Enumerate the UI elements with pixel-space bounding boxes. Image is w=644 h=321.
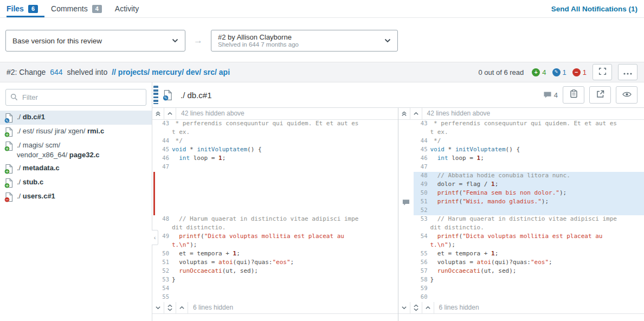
target-version-select[interactable]: #2 by Allison Clayborne Shelved in 644 7… [211,30,398,52]
line-number[interactable]: 46 [414,155,430,163]
line-number[interactable]: 44 [155,137,172,146]
depot-path-link[interactable]: // projects/ mercury/ dev/ src/ api [112,68,230,76]
expand-vertical-icon[interactable] [410,302,422,313]
file-list-item[interactable]: −./ users.c#1 [0,190,152,204]
tab-activity[interactable]: Activity [108,0,145,17]
line-number[interactable]: 45 [414,146,430,155]
code-line: } [172,276,398,285]
line-number[interactable]: 43 [155,120,172,129]
line-number[interactable]: 59 [414,285,430,293]
line-number[interactable] [414,241,430,250]
file-comments-toggle[interactable]: 4 [543,91,558,99]
line-number[interactable]: 44 [414,137,430,146]
line-number[interactable]: 48 [155,215,172,224]
code-line: voluptas = atoi(qui)?quas:"eos"; [172,259,398,267]
code-line: printf("Wisi, mando gladius."); [430,198,644,207]
line-number[interactable] [155,198,172,207]
line-number[interactable] [414,129,430,137]
line-number[interactable]: 56 [414,259,430,267]
line-number[interactable] [155,189,172,198]
gutter [152,172,155,181]
fullscreen-button[interactable] [593,64,612,80]
file-path: ./ db.c#1 [17,112,45,122]
open-in-new-window-button[interactable] [589,86,611,104]
line-number[interactable]: 51 [155,259,172,267]
chevron-up-icon[interactable] [164,108,176,119]
chevron-down-icon[interactable] [398,302,410,313]
code-line [430,285,644,293]
file-list-item[interactable]: +./ metadata.c [0,162,152,176]
clipboard-button[interactable] [563,86,584,104]
line-number[interactable]: 54 [414,233,430,241]
line-number[interactable] [155,181,172,189]
file-list-item[interactable]: +./ stub.c [0,176,152,190]
line-number[interactable] [155,207,172,215]
edited-files-filter[interactable]: ✎ 1 [552,68,566,76]
line-number[interactable]: 55 [414,250,430,259]
line-number[interactable]: 60 [414,293,430,302]
hidden-lines-row: 42 lines hidden above [152,108,398,120]
line-number[interactable]: 46 [155,155,172,163]
base-version-select[interactable]: Base version for this review [5,30,185,52]
target-version-title: #2 by Allison Clayborne [218,33,299,41]
tab-files[interactable]: Files 6 [7,0,44,17]
line-number[interactable]: 45 [155,146,172,155]
gutter [398,155,414,163]
code-line: */ [430,137,644,146]
collapse-above-icon[interactable] [398,108,410,119]
line-number[interactable]: 57 [414,267,430,276]
line-number[interactable]: 47 [155,163,172,172]
collapse-above-icon[interactable] [152,108,164,119]
code-line [172,181,398,189]
added-files-filter[interactable]: + 4 [532,68,546,76]
chevron-up-icon[interactable] [410,108,422,119]
more-options-button[interactable] [618,64,637,80]
diff-code-row: 53 // Harum quaerat in distinctio vitae … [398,215,644,224]
line-number[interactable]: 47 [414,163,430,172]
diff-viewer: ✎ ./ db.c#1 4 [152,82,644,321]
line-number[interactable]: 54 [155,285,172,293]
pencil-circle-icon: ✎ [552,68,561,76]
gutter [398,207,414,215]
chevron-down-icon[interactable] [152,302,164,313]
chevron-up-icon[interactable] [176,302,188,313]
svg-text:−: − [5,197,9,202]
diff-code-row: dit distinctio. [152,224,398,233]
svg-text:+: + [5,132,9,137]
search-icon [10,93,18,103]
line-number[interactable]: 53 [155,276,172,285]
line-number[interactable] [155,129,172,137]
tab-comments[interactable]: Comments 4 [44,0,108,17]
line-number[interactable] [155,172,172,181]
line-number[interactable]: 49 [414,181,430,189]
filter-input[interactable] [5,89,146,106]
line-number[interactable]: 52 [414,207,430,215]
gutter [398,293,414,302]
line-number[interactable]: 55 [155,293,172,302]
line-number[interactable]: 52 [155,267,172,276]
line-number[interactable] [414,224,430,233]
file-list-item[interactable]: +./ est/ risus/ jira/ xgen/ rmi.c [0,125,152,139]
deleted-files-filter[interactable]: − 1 [572,68,587,76]
line-number[interactable]: 43 [414,120,430,129]
line-number[interactable]: 58 [414,276,430,285]
send-all-notifications-link[interactable]: Send All Notifications (1) [551,5,637,13]
diff-code-row: t ex. [398,129,644,137]
line-number[interactable]: 53 [414,215,430,224]
chevron-up-icon[interactable] [422,302,434,313]
expand-vertical-icon[interactable] [164,302,176,313]
toggle-visibility-button[interactable] [616,86,637,104]
comment-marker-icon[interactable] [398,198,414,207]
line-number[interactable]: 50 [155,250,172,259]
file-list-item[interactable]: +./ magis/ scm/vendor_x86_64/ page32.c [0,139,152,162]
diff-code-row: 52 runOccaecati(ut, sed); [152,267,398,276]
comment-bubble-icon [543,91,552,99]
change-link[interactable]: 644 [50,68,62,76]
line-number[interactable]: 50 [414,189,430,198]
gutter [398,163,414,172]
line-number[interactable]: 51 [414,198,430,207]
sidebar-collapse-handle[interactable]: ‹ [152,230,158,245]
line-number[interactable]: 48 [414,172,430,181]
file-list-item[interactable]: ✎./ db.c#1 [0,111,152,125]
file-list-sidebar: ✎./ db.c#1+./ est/ risus/ jira/ xgen/ rm… [0,82,152,321]
